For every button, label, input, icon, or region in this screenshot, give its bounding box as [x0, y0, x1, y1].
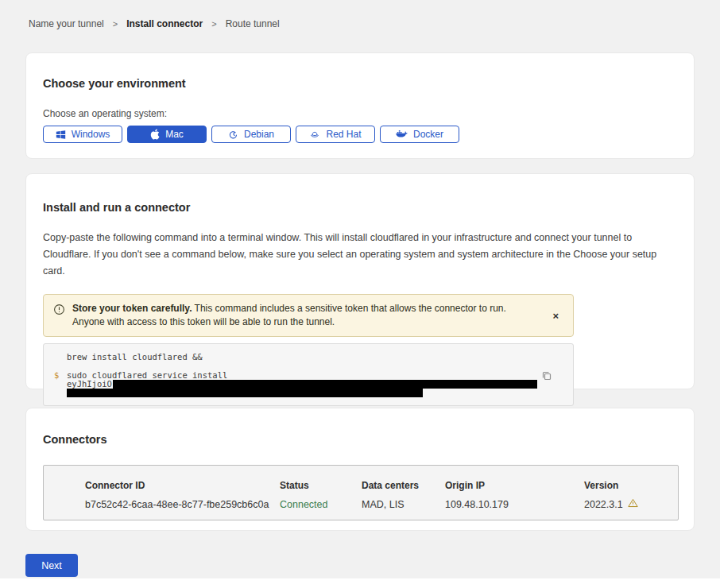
apple-icon — [150, 129, 160, 140]
breadcrumb-step-install-connector[interactable]: Install connector — [126, 18, 203, 29]
token-warning-banner: Store your token carefully. This command… — [43, 294, 574, 337]
connectors-card-title: Connectors — [43, 433, 677, 446]
os-button-docker[interactable]: Docker — [380, 126, 459, 143]
prompt-spacer — [54, 380, 67, 389]
choose-environment-card: Choose your environment Choose an operat… — [25, 52, 695, 159]
windows-icon — [56, 130, 66, 140]
token-prefix: eyJhIjoiO — [67, 380, 112, 389]
cell-connector-id: b7c52c42-6caa-48ee-8c77-fbe259cb6c0a — [85, 499, 280, 510]
code-line-2: $ sudo cloudflared service install — [54, 371, 563, 380]
cell-version: 2022.3.1 — [584, 498, 662, 510]
cell-data-centers: MAD, LIS — [362, 499, 445, 510]
os-button-label: Debian — [244, 129, 274, 140]
version-value: 2022.3.1 — [584, 499, 623, 510]
bottom-strip — [0, 578, 720, 588]
breadcrumb-separator: > — [211, 19, 216, 29]
table-row: b7c52c42-6caa-48ee-8c77-fbe259cb6c0a Con… — [85, 498, 662, 510]
os-button-redhat[interactable]: Red Hat — [296, 126, 375, 143]
copy-icon[interactable] — [540, 369, 554, 385]
table-header-row: Connector ID Status Data centers Origin … — [85, 480, 662, 491]
connectors-card: Connectors Connector ID Status Data cent… — [25, 408, 695, 531]
install-description: Copy-paste the following command into a … — [43, 230, 675, 280]
redacted-token-bar — [67, 389, 423, 397]
warning-title: Store your token carefully. — [72, 303, 192, 314]
environment-card-title: Choose your environment — [43, 77, 677, 90]
header-data-centers: Data centers — [362, 480, 445, 491]
install-connector-card: Install and run a connector Copy-paste t… — [25, 173, 695, 389]
redacted-token-bar — [113, 380, 537, 389]
header-origin-ip: Origin IP — [445, 480, 584, 491]
redhat-icon — [309, 130, 320, 140]
header-connector-id: Connector ID — [85, 480, 280, 491]
breadcrumb-step-route-tunnel[interactable]: Route tunnel — [226, 18, 280, 29]
warning-triangle-icon — [628, 498, 638, 510]
breadcrumb-step-name-your-tunnel[interactable]: Name your tunnel — [29, 18, 104, 29]
prompt-spacer — [54, 353, 67, 362]
breadcrumb: Name your tunnel > Install connector > R… — [29, 18, 280, 29]
install-card-title: Install and run a connector — [43, 201, 677, 214]
status-badge: Connected — [280, 499, 362, 510]
shell-prompt: $ — [54, 371, 67, 380]
header-status: Status — [280, 480, 362, 491]
code-line-1: brew install cloudflared && — [54, 353, 563, 362]
os-button-windows[interactable]: Windows — [43, 126, 122, 143]
header-version: Version — [584, 480, 662, 491]
os-button-group: Windows Mac Debian Red Hat — [43, 126, 677, 143]
os-button-label: Red Hat — [326, 129, 361, 140]
debian-icon — [228, 130, 238, 140]
code-text: brew install cloudflared && — [67, 353, 203, 362]
os-select-label: Choose an operating system: — [43, 108, 677, 119]
alert-circle-icon — [53, 304, 65, 319]
docker-icon — [396, 130, 408, 139]
code-line-token: eyJhIjoiO — [54, 380, 563, 389]
next-button[interactable]: Next — [25, 554, 78, 577]
install-command-code-block: brew install cloudflared && $ sudo cloud… — [43, 343, 574, 406]
os-button-mac[interactable]: Mac — [127, 126, 207, 143]
warning-message: Store your token carefully. This command… — [72, 302, 536, 329]
cell-origin-ip: 109.48.10.179 — [445, 499, 584, 510]
breadcrumb-separator: > — [113, 19, 118, 29]
code-line-token-2 — [67, 389, 563, 397]
os-button-label: Mac — [165, 129, 184, 140]
os-button-debian[interactable]: Debian — [211, 126, 291, 143]
close-icon[interactable]: × — [548, 310, 563, 322]
os-button-label: Docker — [413, 129, 443, 140]
os-button-label: Windows — [72, 129, 110, 140]
connectors-table: Connector ID Status Data centers Origin … — [43, 465, 679, 520]
